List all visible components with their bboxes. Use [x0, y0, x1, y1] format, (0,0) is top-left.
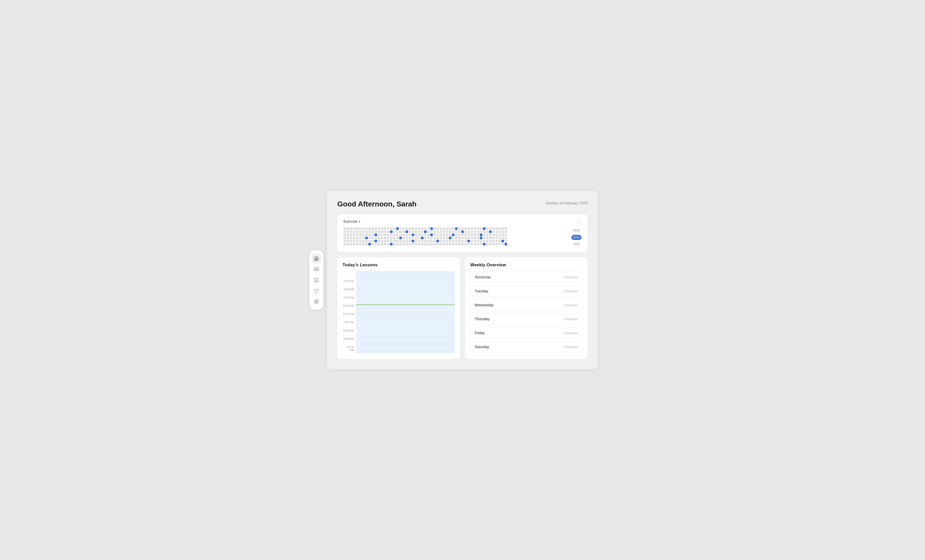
heatmap-cell[interactable]: [495, 243, 498, 245]
heatmap-cell[interactable]: [412, 236, 414, 239]
heatmap-cell[interactable]: [446, 227, 448, 230]
heatmap-cell[interactable]: [433, 240, 436, 242]
heatmap-cell[interactable]: [489, 236, 492, 239]
heatmap-cell[interactable]: [418, 243, 420, 245]
heatmap-cell[interactable]: [408, 233, 411, 236]
heatmap-cell[interactable]: [424, 233, 426, 236]
heatmap-cell[interactable]: [440, 230, 442, 233]
heatmap-cell[interactable]: [408, 243, 411, 245]
heatmap-cell[interactable]: [371, 240, 374, 242]
heatmap-cell[interactable]: [362, 230, 365, 233]
heatmap-cell[interactable]: [396, 233, 399, 236]
heatmap-cell[interactable]: [452, 236, 455, 239]
heatmap-cell[interactable]: [461, 243, 464, 245]
heatmap-cell[interactable]: [499, 243, 501, 245]
heatmap-cell[interactable]: [458, 233, 461, 236]
heatmap-cell[interactable]: [387, 243, 389, 245]
heatmap-cell[interactable]: [368, 243, 371, 245]
heatmap-cell[interactable]: [412, 227, 414, 230]
heatmap-cell[interactable]: [505, 230, 507, 233]
heatmap-cell[interactable]: [396, 230, 399, 233]
heatmap-cell[interactable]: [477, 240, 479, 242]
sidebar-item-heart[interactable]: [312, 286, 321, 296]
heatmap-cell[interactable]: [443, 236, 445, 239]
heatmap-cell[interactable]: [387, 227, 389, 230]
heatmap-cell[interactable]: [455, 236, 458, 239]
heatmap-cell[interactable]: [402, 236, 405, 239]
weekly-day-row[interactable]: Friday0 lessons: [470, 327, 583, 339]
heatmap-cell[interactable]: [467, 236, 470, 239]
heatmap-cell[interactable]: [437, 230, 439, 233]
heatmap-cell[interactable]: [446, 240, 448, 242]
heatmap-cell[interactable]: [353, 236, 356, 239]
heatmap-cell[interactable]: [464, 243, 467, 245]
heatmap-cell[interactable]: [446, 236, 448, 239]
heatmap-cell[interactable]: [474, 236, 476, 239]
heatmap-cell[interactable]: [480, 243, 482, 245]
heatmap-cell[interactable]: [452, 227, 455, 230]
heatmap-cell[interactable]: [480, 227, 482, 230]
heatmap-cell[interactable]: [430, 240, 433, 242]
heatmap-cell[interactable]: [486, 236, 488, 239]
heatmap-cell[interactable]: [387, 233, 389, 236]
heatmap-cell[interactable]: [502, 230, 504, 233]
heatmap-cell[interactable]: [443, 240, 445, 242]
sidebar-item-inbox[interactable]: [312, 264, 321, 274]
year-2025[interactable]: 2025: [571, 228, 582, 233]
heatmap-cell[interactable]: [474, 240, 476, 242]
heatmap-cell[interactable]: [483, 243, 485, 245]
heatmap-cell[interactable]: [449, 236, 451, 239]
heatmap-cell[interactable]: [492, 240, 495, 242]
heatmap-cell[interactable]: [381, 243, 383, 245]
heatmap-cell[interactable]: [492, 243, 495, 245]
heatmap-cell[interactable]: [427, 227, 430, 230]
heatmap-cell[interactable]: [350, 236, 352, 239]
heatmap-cell[interactable]: [467, 243, 470, 245]
heatmap-cell[interactable]: [458, 227, 461, 230]
heatmap-cell[interactable]: [415, 236, 417, 239]
heatmap-cell[interactable]: [384, 243, 386, 245]
heatmap-cell[interactable]: [455, 230, 458, 233]
heatmap-cell[interactable]: [371, 230, 374, 233]
heatmap-cell[interactable]: [378, 233, 380, 236]
heatmap-cell[interactable]: [402, 240, 405, 242]
heatmap-cell[interactable]: [415, 243, 417, 245]
heatmap-cell[interactable]: [362, 236, 365, 239]
heatmap-cell[interactable]: [437, 240, 439, 242]
heatmap-cell[interactable]: [346, 233, 349, 236]
heatmap-cell[interactable]: [464, 230, 467, 233]
heatmap-cell[interactable]: [430, 233, 433, 236]
heatmap-cell[interactable]: [502, 227, 504, 230]
heatmap-cell[interactable]: [452, 233, 455, 236]
heatmap-cell[interactable]: [464, 240, 467, 242]
heatmap-cell[interactable]: [499, 233, 501, 236]
heatmap-cell[interactable]: [375, 233, 377, 236]
heatmap-cell[interactable]: [499, 240, 501, 242]
heatmap-cell[interactable]: [427, 236, 430, 239]
heatmap-cell[interactable]: [477, 236, 479, 239]
heatmap-cell[interactable]: [365, 227, 368, 230]
heatmap-cell[interactable]: [371, 243, 374, 245]
heatmap-cell[interactable]: [371, 236, 374, 239]
heatmap-cell[interactable]: [467, 233, 470, 236]
heatmap-cell[interactable]: [393, 227, 396, 230]
heatmap-cell[interactable]: [480, 230, 482, 233]
heatmap-cell[interactable]: [381, 240, 383, 242]
heatmap-cell[interactable]: [486, 227, 488, 230]
heatmap-cell[interactable]: [384, 240, 386, 242]
heatmap-cell[interactable]: [502, 240, 504, 242]
heatmap-cell[interactable]: [427, 240, 430, 242]
heatmap-cell[interactable]: [427, 243, 430, 245]
heatmap-cell[interactable]: [390, 240, 393, 242]
heatmap-cell[interactable]: [390, 227, 393, 230]
heatmap-cell[interactable]: [399, 236, 402, 239]
heatmap-cell[interactable]: [437, 243, 439, 245]
heatmap-cell[interactable]: [396, 240, 399, 242]
heatmap-cell[interactable]: [343, 240, 346, 242]
heatmap-cell[interactable]: [405, 243, 408, 245]
heatmap-cell[interactable]: [356, 243, 359, 245]
heatmap-cell[interactable]: [387, 230, 389, 233]
heatmap-cell[interactable]: [464, 236, 467, 239]
heatmap-cell[interactable]: [346, 240, 349, 242]
heatmap-cell[interactable]: [505, 227, 507, 230]
